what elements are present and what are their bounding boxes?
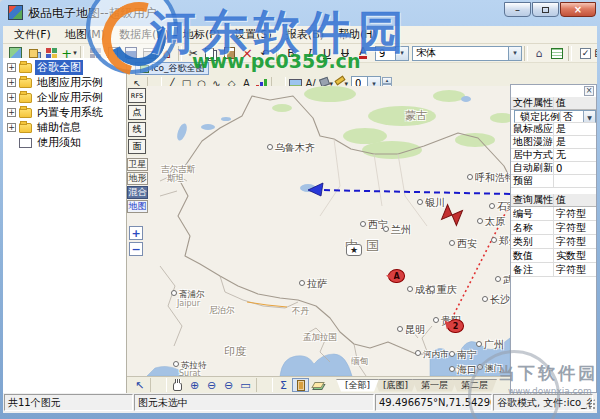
property-row[interactable]: 居中方式 无 (511, 149, 596, 162)
menu-item[interactable]: 地标(P) (176, 26, 227, 43)
minimize-button[interactable]: – (504, 2, 531, 17)
map-label: 澳门 (477, 363, 502, 375)
undo-icon[interactable]: ↶ (256, 45, 274, 62)
app-window: 极品电子地图--超级用户 – × 文件(F)地图(M)数据库(D)地标(P)设置… (0, 0, 600, 419)
map-nav-button[interactable] (150, 378, 167, 392)
layer-tab[interactable]: 第二层 (452, 379, 497, 392)
panel-close-icon[interactable]: × (584, 86, 594, 96)
tree-item[interactable]: 使用须知 (3, 135, 126, 150)
property-row[interactable]: 备注 字符型 (511, 263, 596, 277)
property-row[interactable]: 编号 字符型 (511, 207, 596, 221)
close-button[interactable]: × (560, 2, 596, 17)
report-table-icon[interactable] (548, 45, 566, 62)
map-side-button[interactable]: RFS (128, 88, 146, 103)
zoom-window-icon[interactable]: ⊖ (220, 378, 237, 392)
statistics-icon[interactable]: Σ (275, 378, 292, 392)
map-label: 太原 (477, 215, 505, 229)
dropdown-icon[interactable]: ▾ (395, 47, 408, 60)
expand-icon[interactable]: + (7, 78, 16, 87)
building-icon[interactable] (292, 378, 309, 392)
dropdown-caret-icon: ▾ (73, 49, 77, 57)
property-row[interactable]: 数值 实数型 (511, 249, 596, 263)
paste-icon[interactable] (220, 45, 238, 62)
menu-item[interactable]: 数据库(D) (112, 26, 176, 43)
home-page-icon[interactable]: ⌂ (530, 45, 548, 62)
home-icon[interactable]: ⌂ (158, 45, 176, 62)
expand-icon[interactable]: + (7, 63, 16, 72)
menu-item[interactable]: 文件(F) (7, 26, 58, 43)
menu-item[interactable]: 帮助(H) (331, 26, 384, 43)
tree-item[interactable]: + 谷歌全图 (3, 60, 126, 75)
map-label: 石家 (489, 200, 510, 214)
font-size-combo[interactable]: 9 ▾ (375, 46, 409, 61)
property-row[interactable]: 锁定比例 否 (514, 110, 596, 123)
toolbar-button[interactable] (178, 46, 182, 61)
map-side-button[interactable]: 地形 (127, 172, 148, 185)
layer-tab[interactable]: [全部] (336, 379, 379, 392)
pan-hand-icon[interactable] (169, 378, 186, 392)
map-side-button[interactable]: 点 (128, 105, 146, 120)
font-color-icon[interactable]: A (354, 45, 372, 62)
property-row[interactable]: 预留 (511, 175, 596, 188)
layers-icon[interactable] (309, 378, 326, 392)
map-side-button[interactable]: 卫星 (127, 158, 148, 171)
full-extent-icon[interactable]: ▭ (237, 378, 254, 392)
property-row[interactable]: 地图漫游 是 (511, 136, 596, 149)
property-row[interactable]: 自动刷新 0 (511, 162, 596, 175)
map-side-button[interactable]: + (129, 226, 143, 240)
italic-icon[interactable]: I (300, 45, 318, 62)
font-name-combo[interactable]: 宋体 ▾ (412, 46, 522, 61)
map-canvas[interactable]: 蒙古乌鲁木齐呼和浩特吉尔吉斯斯坦银川石家太原西宁兰州中国西安郑州拉萨成都重庆武汉… (127, 86, 510, 376)
map-marker-a[interactable]: A (388, 269, 405, 283)
map-side-button[interactable]: 面 (128, 139, 146, 154)
toolbar-button[interactable] (276, 46, 280, 61)
menu-item[interactable]: 地图(M) (58, 26, 112, 43)
print-icon[interactable] (140, 45, 158, 62)
zoom-out-icon[interactable]: ⊖ (203, 378, 220, 392)
tree-item[interactable]: + 地图应用示例 (3, 75, 126, 90)
strikethrough-icon[interactable]: U (336, 45, 354, 62)
cut-icon[interactable]: ✂ (184, 45, 202, 62)
expand-icon[interactable]: + (7, 93, 16, 102)
toolbar-separator (524, 46, 528, 61)
property-row[interactable]: 类别 字符型 (511, 235, 596, 249)
property-row[interactable]: 名称 字符型 (511, 221, 596, 235)
tree-item[interactable]: + 内置专用系统 (3, 105, 126, 120)
status-selection: 图元未选中 (134, 394, 374, 411)
dropdown-icon[interactable]: ▾ (508, 47, 521, 60)
expand-icon[interactable]: + (7, 108, 16, 117)
map-marker-star[interactable]: ★ (346, 244, 362, 256)
map-label: 蒙古 (405, 108, 427, 123)
layer-tab[interactable]: 第一层 (412, 379, 457, 392)
tree-item[interactable]: + 辅助信息 (3, 120, 126, 135)
menu-bar: 文件(F)地图(M)数据库(D)地标(P)设置(S)报表(B)帮助(H) (3, 26, 597, 44)
map-marker-2[interactable]: 2 (447, 319, 464, 333)
map-side-button[interactable]: 混合 (127, 186, 148, 199)
menu-item[interactable]: 设置(S) (227, 26, 279, 43)
map-label: Surat (179, 369, 200, 376)
map-bottom-toolbar: ↖⊕⊖⊖▭Σ [全部][底图]第一层第二层 (127, 376, 510, 393)
layer-tab[interactable]: [底图] (374, 379, 417, 392)
map-side-button[interactable]: 地图 (127, 200, 148, 213)
select-cursor-icon[interactable]: ↖ (131, 378, 148, 392)
spin-up-icon[interactable]: ▴ (382, 77, 392, 84)
property-row[interactable]: 鼠标感应 是 (511, 123, 596, 136)
menu-item[interactable]: 报表(B) (279, 26, 331, 43)
zoom-in-icon[interactable]: ⊕ (186, 378, 203, 392)
copy-icon[interactable] (202, 45, 220, 62)
document-tab[interactable]: ico_谷歌全图 (135, 62, 209, 75)
maximize-button[interactable] (532, 2, 559, 17)
app-icon (8, 5, 23, 20)
map-nav-button[interactable] (256, 378, 273, 392)
map-side-button[interactable]: − (129, 242, 143, 256)
delete-icon[interactable]: × (238, 45, 256, 62)
auto-refresh-checkbox[interactable]: ✓ (580, 48, 591, 59)
bold-icon[interactable]: B (282, 45, 300, 62)
expand-icon[interactable]: + (7, 123, 16, 132)
query-properties-header: 查询属性 值 (511, 194, 596, 207)
tree-item[interactable]: + 企业应用示例 (3, 90, 126, 105)
map-side-button[interactable]: 线 (128, 122, 146, 137)
underline-icon[interactable]: U (318, 45, 336, 62)
map-label: 西安 (449, 237, 477, 251)
title-bar[interactable]: 极品电子地图--超级用户 – × (0, 0, 600, 26)
